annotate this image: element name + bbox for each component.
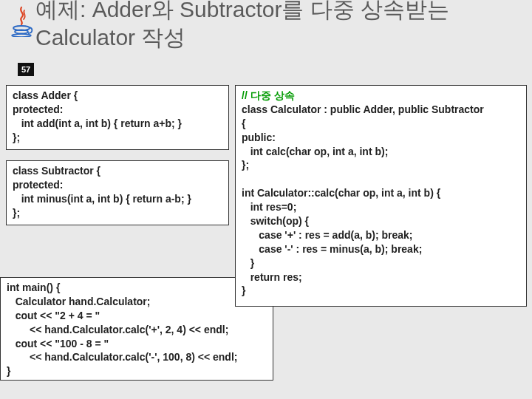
code-calculator: // 다중 상속 class Calculator : public Adder… (235, 85, 527, 307)
svg-point-1 (15, 30, 28, 34)
code-text: int main() { Calculator hand.Calculator;… (7, 282, 237, 377)
code-decl: class Calculator : public Adder, public … (242, 103, 484, 115)
code-subtractor: class Subtractor { protected: int minus(… (6, 160, 229, 225)
code-text: class Adder { protected: int add(int a, … (13, 89, 182, 143)
slide: 예제: Adder와 Subtractor를 다중 상속받는 Calculato… (0, 0, 532, 399)
code-text: class Subtractor { protected: int minus(… (13, 165, 191, 219)
code-comment: // 다중 상속 (242, 89, 295, 101)
code-main: int main() { Calculator hand.Calculator;… (0, 277, 273, 381)
java-logo-icon (9, 6, 34, 37)
page-number-badge: 57 (18, 63, 34, 76)
svg-point-2 (12, 34, 31, 37)
code-adder: class Adder { protected: int add(int a, … (6, 85, 229, 150)
slide-title: 예제: Adder와 Subtractor를 다중 상속받는 Calculato… (35, 0, 523, 51)
code-body: { public: int calc(char op, int a, int b… (242, 117, 440, 297)
